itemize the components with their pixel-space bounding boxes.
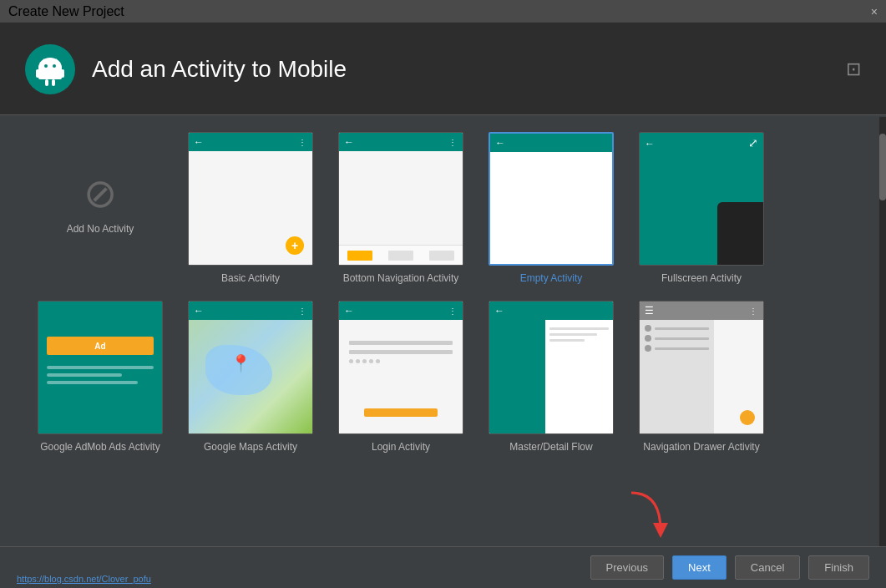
next-button[interactable]: Next — [672, 555, 727, 580]
activity-label-bottom-navigation-activity: Bottom Navigation Activity — [343, 272, 459, 284]
activity-item-basic-activity[interactable]: ← ⋮ + Basic Activity — [184, 132, 317, 284]
activity-label-empty-activity: Empty Activity — [520, 272, 583, 284]
back-arrow-icon: ← — [194, 305, 204, 317]
android-logo-icon — [25, 44, 75, 94]
activity-item-login-activity[interactable]: ← ⋮ — [334, 301, 468, 453]
empty-activity-thumbnail: ← — [489, 132, 614, 266]
activity-label-google-maps-activity: Google Maps Activity — [204, 441, 297, 453]
activity-label-add-no-activity: Add No Activity — [67, 223, 134, 235]
login-button-preview — [364, 408, 438, 417]
svg-rect-7 — [36, 69, 39, 78]
svg-point-4 — [53, 64, 56, 68]
scroll-indicator[interactable] — [879, 117, 886, 546]
activity-label-navigation-drawer-activity: Navigation Drawer Activity — [643, 441, 759, 453]
maps-activity-thumbnail: ← ⋮ 📍 — [188, 301, 313, 434]
back-arrow-icon: ← — [495, 137, 505, 149]
close-button[interactable]: × — [871, 5, 878, 18]
expand-icon: ⤢ — [748, 136, 758, 150]
activity-label-google-admob-ads-activity: Google AdMob Ads Activity — [40, 441, 159, 453]
footer-url[interactable]: https://blog.csdn.net/Clover_pofu — [17, 574, 151, 584]
activity-item-add-no-activity[interactable]: ⊘ Add No Activity — [33, 132, 167, 272]
activity-item-master-detail-flow[interactable]: ← Master/Detail Flow — [484, 301, 618, 453]
layout-icon: ⊡ — [846, 58, 861, 80]
bottom-nav-bar — [339, 245, 463, 265]
menu-dots-icon: ⋮ — [448, 307, 458, 316]
menu-dots-icon: ⋮ — [448, 138, 458, 147]
menu-dots-icon: ⋮ — [749, 307, 758, 316]
back-arrow-icon: ← — [344, 305, 354, 317]
main-window: Create New Project × Add an Activity to … — [0, 0, 886, 588]
svg-rect-10 — [52, 79, 55, 86]
back-arrow-icon: ← — [645, 138, 655, 150]
navdrawer-activity-thumbnail: ☰ ⋮ — [639, 301, 764, 434]
activity-item-empty-activity[interactable]: ← Empty Activity — [484, 132, 618, 284]
bottom-nav-activity-thumbnail: ← ⋮ — [338, 132, 463, 266]
activity-item-google-maps-activity[interactable]: ← ⋮ 📍 Google Maps Activity — [184, 301, 317, 453]
activity-item-google-admob-ads-activity[interactable]: Ad Google AdMob Ads Activity — [33, 301, 167, 453]
fab-icon: + — [286, 236, 304, 255]
no-activity-icon: ⊘ — [84, 170, 117, 216]
activity-label-basic-activity: Basic Activity — [221, 272, 280, 284]
admob-lines — [47, 366, 154, 388]
svg-rect-8 — [61, 69, 64, 78]
svg-rect-9 — [45, 79, 48, 86]
map-pin-icon: 📍 — [230, 353, 251, 373]
content-area: ⊘ Add No Activity ← ⋮ + Basi — [0, 115, 886, 546]
title-bar: Create New Project × — [0, 0, 886, 23]
activity-label-fullscreen-activity: Fullscreen Activity — [661, 272, 742, 284]
activity-item-bottom-navigation-activity[interactable]: ← ⋮ Bottom Navigation Activity — [334, 132, 468, 284]
back-arrow-icon: ← — [494, 305, 504, 317]
nav-drawer-overlay — [640, 320, 714, 433]
activity-label-login-activity: Login Activity — [372, 441, 430, 453]
header: Add an Activity to Mobile ⊡ — [0, 23, 886, 115]
back-arrow-icon: ☰ — [645, 305, 654, 317]
footer: https://blog.csdn.net/Clover_pofu Previo… — [0, 546, 886, 588]
finish-button[interactable]: Finish — [808, 555, 869, 580]
menu-dots-icon: ⋮ — [298, 138, 307, 147]
page-title: Add an Activity to Mobile — [92, 56, 347, 83]
previous-button[interactable]: Previous — [590, 555, 665, 580]
svg-rect-2 — [38, 68, 62, 79]
back-arrow-icon: ← — [344, 136, 354, 148]
back-arrow-icon: ← — [194, 136, 204, 148]
admob-activity-thumbnail: Ad — [38, 301, 163, 434]
fullscreen-activity-thumbnail: ← ⤢ — [639, 132, 764, 266]
ad-banner: Ad — [47, 337, 154, 355]
activity-grid: ⊘ Add No Activity ← ⋮ + Basi — [33, 132, 853, 453]
title-bar-text: Create New Project — [8, 4, 124, 19]
activity-label-master-detail-flow: Master/Detail Flow — [509, 441, 592, 453]
scroll-thumb — [879, 134, 886, 200]
navdrawer-fab-icon — [740, 410, 755, 425]
basic-activity-thumbnail: ← ⋮ + — [188, 132, 313, 266]
menu-dots-icon: ⋮ — [298, 307, 307, 316]
login-activity-thumbnail: ← ⋮ — [338, 301, 463, 434]
activity-item-navigation-drawer-activity[interactable]: ☰ ⋮ — [635, 301, 768, 453]
master-detail-activity-thumbnail: ← — [489, 301, 614, 434]
cancel-button[interactable]: Cancel — [735, 555, 800, 580]
activity-item-fullscreen-activity[interactable]: ← ⤢ Fullscreen Activity — [635, 132, 768, 284]
password-dots — [349, 359, 453, 363]
svg-point-3 — [44, 64, 48, 68]
